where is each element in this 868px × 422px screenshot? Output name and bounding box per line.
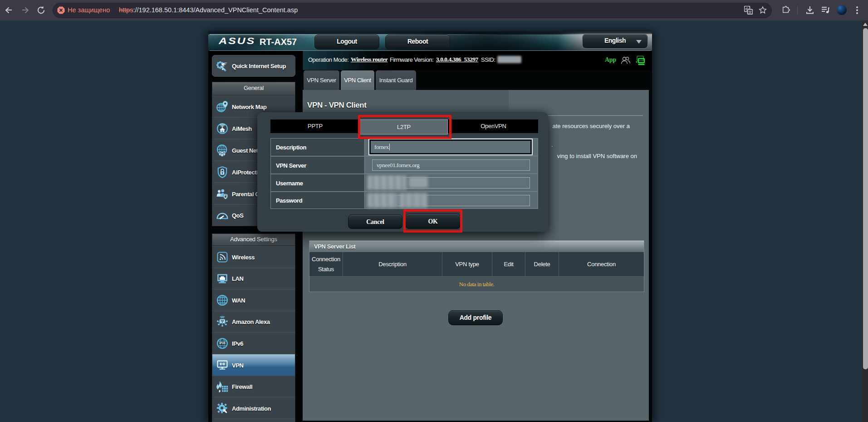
svg-text:IPV6: IPV6: [220, 342, 226, 345]
svg-text:文: 文: [748, 10, 752, 15]
svg-text:ASUS: ASUS: [219, 36, 255, 46]
